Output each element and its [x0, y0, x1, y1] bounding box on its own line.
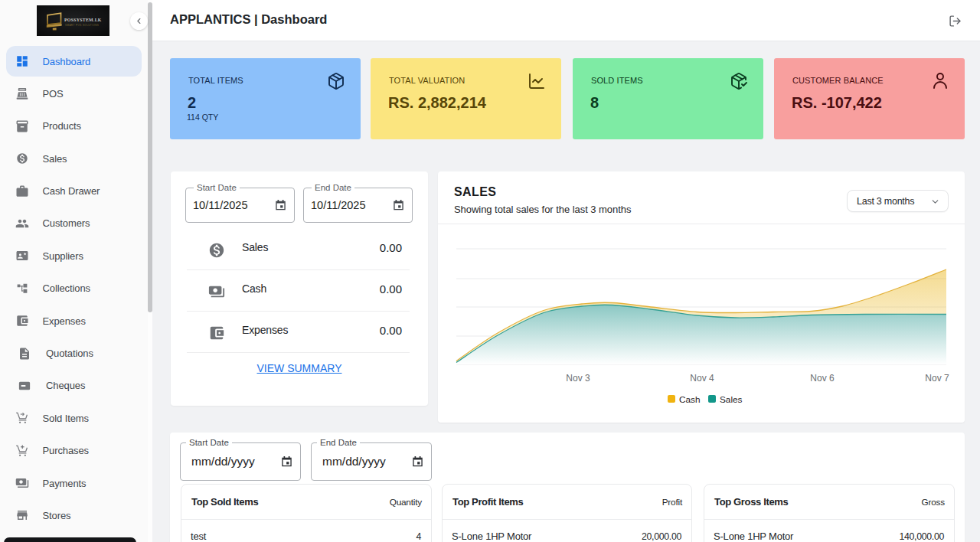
- svg-text:Nov 4: Nov 4: [690, 373, 714, 384]
- svg-text:POSSYSTEM.LK: POSSYSTEM.LK: [64, 18, 102, 22]
- svg-text:Nov 6: Nov 6: [810, 373, 835, 384]
- svg-text:SMART POS SOLUTIONS: SMART POS SOLUTIONS: [65, 24, 99, 27]
- svg-text:Nov 3: Nov 3: [566, 373, 590, 384]
- svg-text:Sales: Sales: [720, 394, 743, 405]
- svg-text:Nov 7: Nov 7: [925, 373, 949, 384]
- svg-text:Cash: Cash: [679, 394, 701, 405]
